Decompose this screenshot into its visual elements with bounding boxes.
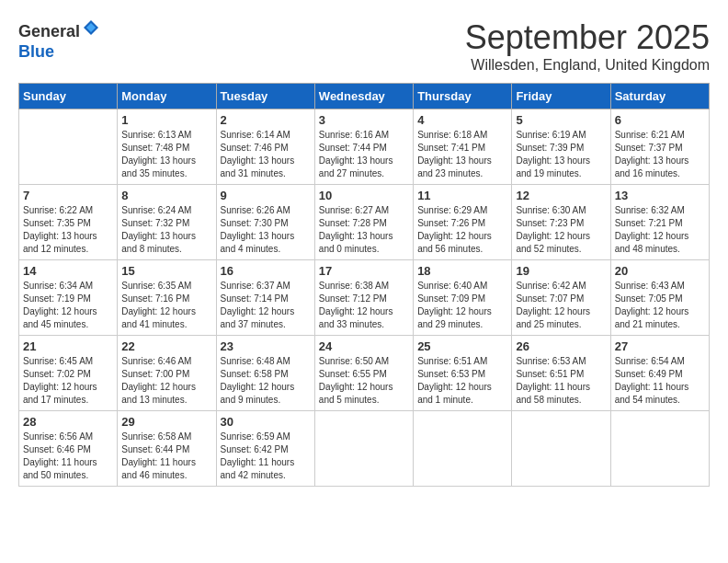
day-number: 19: [516, 264, 606, 278]
calendar-cell: 1Sunrise: 6:13 AMSunset: 7:48 PMDaylight…: [118, 109, 216, 185]
calendar-cell: [19, 109, 118, 185]
calendar-cell: 21Sunrise: 6:45 AMSunset: 7:02 PMDayligh…: [19, 336, 118, 411]
month-title: September 2025: [465, 18, 710, 57]
day-number: 9: [221, 189, 311, 202]
calendar-cell: 2Sunrise: 6:14 AMSunset: 7:46 PMDaylight…: [216, 109, 314, 185]
calendar-cell: 13Sunrise: 6:32 AMSunset: 7:21 PMDayligh…: [610, 185, 709, 260]
calendar-cell: [314, 411, 413, 487]
day-number: 26: [516, 339, 606, 353]
day-number: 18: [417, 264, 507, 278]
day-number: 13: [615, 189, 705, 202]
day-number: 30: [221, 415, 311, 429]
logo-blue: Blue: [18, 42, 54, 61]
calendar-cell: 24Sunrise: 6:50 AMSunset: 6:55 PMDayligh…: [314, 336, 413, 411]
day-number: 4: [417, 113, 507, 127]
day-info: Sunrise: 6:37 AMSunset: 7:14 PMDaylight:…: [221, 280, 311, 331]
calendar-cell: 30Sunrise: 6:59 AMSunset: 6:42 PMDayligh…: [216, 411, 314, 487]
calendar-cell: 15Sunrise: 6:35 AMSunset: 7:16 PMDayligh…: [118, 260, 216, 336]
day-number: 21: [23, 339, 113, 353]
day-number: 8: [121, 189, 211, 202]
day-number: 1: [121, 113, 211, 127]
calendar-cell: [610, 411, 709, 487]
day-info: Sunrise: 6:56 AMSunset: 6:46 PMDaylight:…: [23, 431, 113, 482]
calendar-cell: [414, 411, 512, 487]
day-info: Sunrise: 6:19 AMSunset: 7:39 PMDaylight:…: [516, 129, 606, 180]
day-number: 11: [417, 189, 507, 202]
day-info: Sunrise: 6:46 AMSunset: 7:00 PMDaylight:…: [121, 355, 211, 407]
day-number: 23: [221, 339, 311, 353]
calendar-cell: 7Sunrise: 6:22 AMSunset: 7:35 PMDaylight…: [19, 185, 118, 260]
calendar-cell: 3Sunrise: 6:16 AMSunset: 7:44 PMDaylight…: [314, 109, 413, 185]
day-info: Sunrise: 6:53 AMSunset: 6:51 PMDaylight:…: [516, 355, 606, 407]
day-info: Sunrise: 6:59 AMSunset: 6:42 PMDaylight:…: [221, 431, 311, 482]
day-number: 12: [516, 189, 606, 202]
day-info: Sunrise: 6:43 AMSunset: 7:05 PMDaylight:…: [615, 280, 705, 331]
day-info: Sunrise: 6:29 AMSunset: 7:26 PMDaylight:…: [417, 204, 507, 256]
logo-general: General: [18, 22, 80, 40]
day-number: 14: [23, 264, 113, 278]
day-number: 2: [221, 113, 311, 127]
day-info: Sunrise: 6:35 AMSunset: 7:16 PMDaylight:…: [121, 280, 211, 331]
day-info: Sunrise: 6:51 AMSunset: 6:53 PMDaylight:…: [417, 355, 507, 407]
column-header-friday: Friday: [512, 84, 610, 109]
day-info: Sunrise: 6:13 AMSunset: 7:48 PMDaylight:…: [121, 129, 211, 180]
day-info: Sunrise: 6:14 AMSunset: 7:46 PMDaylight:…: [221, 129, 311, 180]
day-info: Sunrise: 6:54 AMSunset: 6:49 PMDaylight:…: [615, 355, 705, 407]
column-header-wednesday: Wednesday: [314, 84, 413, 109]
calendar-cell: 22Sunrise: 6:46 AMSunset: 7:00 PMDayligh…: [118, 336, 216, 411]
day-number: 27: [615, 339, 705, 353]
calendar-cell: 19Sunrise: 6:42 AMSunset: 7:07 PMDayligh…: [512, 260, 610, 336]
day-info: Sunrise: 6:27 AMSunset: 7:28 PMDaylight:…: [319, 204, 409, 256]
day-number: 24: [319, 339, 409, 353]
day-number: 20: [615, 264, 705, 278]
calendar-cell: 11Sunrise: 6:29 AMSunset: 7:26 PMDayligh…: [414, 185, 512, 260]
day-info: Sunrise: 6:18 AMSunset: 7:41 PMDaylight:…: [417, 129, 507, 180]
column-header-monday: Monday: [118, 84, 216, 109]
calendar-cell: 9Sunrise: 6:26 AMSunset: 7:30 PMDaylight…: [216, 185, 314, 260]
day-info: Sunrise: 6:16 AMSunset: 7:44 PMDaylight:…: [319, 129, 409, 180]
calendar-cell: 6Sunrise: 6:21 AMSunset: 7:37 PMDaylight…: [610, 109, 709, 185]
day-info: Sunrise: 6:48 AMSunset: 6:58 PMDaylight:…: [221, 355, 311, 407]
calendar-cell: 18Sunrise: 6:40 AMSunset: 7:09 PMDayligh…: [414, 260, 512, 336]
day-number: 7: [23, 189, 113, 202]
day-info: Sunrise: 6:22 AMSunset: 7:35 PMDaylight:…: [23, 204, 113, 256]
day-info: Sunrise: 6:42 AMSunset: 7:07 PMDaylight:…: [516, 280, 606, 331]
day-info: Sunrise: 6:24 AMSunset: 7:32 PMDaylight:…: [121, 204, 211, 256]
calendar-cell: 4Sunrise: 6:18 AMSunset: 7:41 PMDaylight…: [414, 109, 512, 185]
day-number: 28: [23, 415, 113, 429]
location: Willesden, England, United Kingdom: [465, 57, 710, 74]
day-info: Sunrise: 6:21 AMSunset: 7:37 PMDaylight:…: [615, 129, 705, 180]
day-number: 3: [319, 113, 409, 127]
calendar-cell: 27Sunrise: 6:54 AMSunset: 6:49 PMDayligh…: [610, 336, 709, 411]
page-header: General Blue September 2025 Willesden, E…: [18, 18, 710, 74]
calendar-cell: 8Sunrise: 6:24 AMSunset: 7:32 PMDaylight…: [118, 185, 216, 260]
day-info: Sunrise: 6:45 AMSunset: 7:02 PMDaylight:…: [23, 355, 113, 407]
calendar-cell: 10Sunrise: 6:27 AMSunset: 7:28 PMDayligh…: [314, 185, 413, 260]
day-info: Sunrise: 6:38 AMSunset: 7:12 PMDaylight:…: [319, 280, 409, 331]
day-info: Sunrise: 6:34 AMSunset: 7:19 PMDaylight:…: [23, 280, 113, 331]
day-info: Sunrise: 6:40 AMSunset: 7:09 PMDaylight:…: [417, 280, 507, 331]
day-info: Sunrise: 6:32 AMSunset: 7:21 PMDaylight:…: [615, 204, 705, 256]
logo-icon: [82, 18, 100, 37]
day-number: 15: [121, 264, 211, 278]
day-info: Sunrise: 6:26 AMSunset: 7:30 PMDaylight:…: [221, 204, 311, 256]
day-info: Sunrise: 6:50 AMSunset: 6:55 PMDaylight:…: [319, 355, 409, 407]
day-info: Sunrise: 6:30 AMSunset: 7:23 PMDaylight:…: [516, 204, 606, 256]
calendar-cell: 25Sunrise: 6:51 AMSunset: 6:53 PMDayligh…: [414, 336, 512, 411]
day-number: 16: [221, 264, 311, 278]
day-number: 5: [516, 113, 606, 127]
day-number: 29: [121, 415, 211, 429]
calendar-cell: 28Sunrise: 6:56 AMSunset: 6:46 PMDayligh…: [19, 411, 118, 487]
column-header-saturday: Saturday: [610, 84, 709, 109]
title-block: September 2025 Willesden, England, Unite…: [465, 18, 710, 74]
calendar-cell: 17Sunrise: 6:38 AMSunset: 7:12 PMDayligh…: [314, 260, 413, 336]
day-number: 25: [417, 339, 507, 353]
calendar-cell: 20Sunrise: 6:43 AMSunset: 7:05 PMDayligh…: [610, 260, 709, 336]
calendar-cell: 23Sunrise: 6:48 AMSunset: 6:58 PMDayligh…: [216, 336, 314, 411]
day-number: 6: [615, 113, 705, 127]
calendar-cell: 12Sunrise: 6:30 AMSunset: 7:23 PMDayligh…: [512, 185, 610, 260]
day-number: 17: [319, 264, 409, 278]
day-number: 22: [121, 339, 211, 353]
calendar-cell: 16Sunrise: 6:37 AMSunset: 7:14 PMDayligh…: [216, 260, 314, 336]
calendar-cell: 5Sunrise: 6:19 AMSunset: 7:39 PMDaylight…: [512, 109, 610, 185]
